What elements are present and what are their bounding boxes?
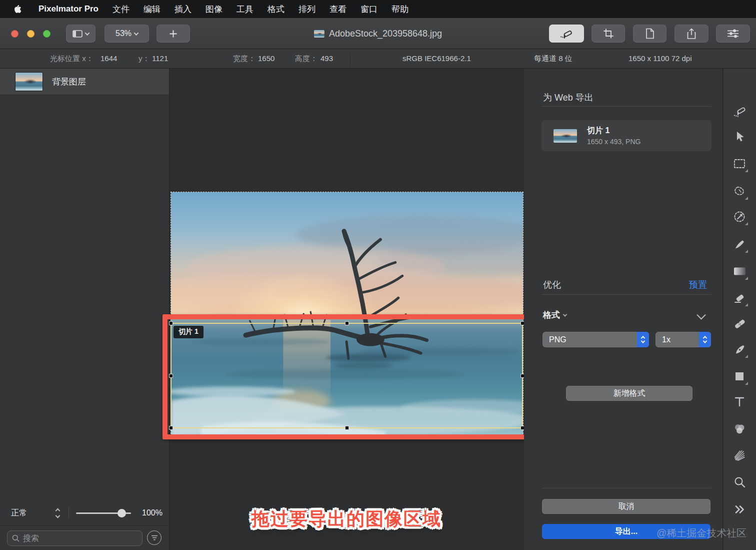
layer-name: 背景图层 — [52, 76, 86, 88]
arrange-tool-button[interactable] — [730, 127, 750, 147]
crop-icon — [603, 28, 614, 39]
paint-tool-button[interactable] — [730, 234, 750, 254]
export-panel-title: 为 Web 导出 — [543, 92, 594, 104]
slice-selection[interactable]: 切片 1 — [170, 323, 523, 428]
cursor-position-label: 光标位置 x： — [50, 54, 94, 64]
add-format-button[interactable]: 新增格式 — [566, 386, 692, 401]
menu-item-tools[interactable]: 工具 — [236, 4, 254, 15]
export-panel: 为 Web 导出 切片 1 1650 x 493, PNG 优化 预置 格式 P… — [524, 69, 723, 550]
opacity-slider-knob[interactable] — [118, 509, 126, 517]
presets-link[interactable]: 预置 — [689, 279, 707, 291]
info-bar: 光标位置 x： 1644 y： 1121 宽度： 1650 高度： 493 sR… — [0, 49, 756, 69]
slice-tool-button[interactable] — [730, 102, 750, 122]
add-button[interactable] — [156, 25, 190, 43]
type-icon — [734, 396, 745, 408]
quick-select-tool-button[interactable] — [730, 181, 750, 201]
format-section-label[interactable]: 格式 — [543, 309, 566, 321]
scale-select-stepper[interactable] — [699, 332, 711, 347]
pen-nib-icon — [734, 343, 746, 356]
share-toolbar-button[interactable] — [674, 25, 708, 43]
slice-item-meta: 1650 x 493, PNG — [587, 138, 640, 146]
width-label: 宽度： — [233, 54, 256, 64]
format-select[interactable]: PNG — [542, 332, 649, 347]
close-window-button[interactable] — [11, 30, 18, 38]
blend-mode-stepper[interactable] — [56, 509, 60, 517]
blend-mode-row: 正常 100% — [0, 502, 169, 524]
format-select-stepper[interactable] — [637, 332, 649, 347]
color-adjustments-tool-button[interactable] — [730, 419, 750, 439]
menu-item-image[interactable]: 图像 — [206, 4, 222, 15]
fullscreen-window-button[interactable] — [43, 30, 50, 38]
paintbrush-icon — [734, 238, 746, 250]
zoom-level-button[interactable]: 53% — [104, 25, 149, 43]
pen-tool-button[interactable] — [730, 339, 750, 359]
menu-item-view[interactable]: 查看 — [330, 4, 346, 15]
slice-handle-middle-left[interactable] — [169, 374, 173, 378]
eyedropper-circle-icon — [733, 210, 746, 223]
search-icon — [12, 534, 20, 542]
effects-rays-icon — [733, 449, 746, 462]
more-tools-button[interactable] — [730, 499, 750, 519]
scale-select[interactable]: 1x — [656, 332, 711, 347]
menu-app-name[interactable]: Pixelmator Pro — [38, 4, 98, 14]
watermark: @稀土掘金技术社区 — [656, 526, 746, 540]
slice-handle-bottom-left[interactable] — [169, 426, 173, 430]
erase-tool-button[interactable] — [730, 288, 750, 308]
crop-toolbar-button[interactable] — [592, 25, 625, 43]
eraser-icon — [733, 292, 746, 304]
menu-item-arrange[interactable]: 排列 — [298, 4, 316, 15]
color-select-tool-button[interactable] — [730, 207, 750, 227]
cursor-y-value: 1121 — [152, 54, 168, 63]
opacity-slider[interactable] — [76, 512, 131, 514]
settings-toolbar-button[interactable] — [716, 25, 750, 43]
slice-toolbar-button[interactable] — [549, 25, 584, 43]
menu-item-help[interactable]: 帮助 — [392, 4, 408, 15]
chevron-down-icon — [563, 312, 567, 316]
slice-list-item[interactable]: 切片 1 1650 x 493, PNG — [542, 120, 712, 151]
minimize-window-button[interactable] — [27, 30, 34, 38]
tutorial-caption: 拖过要导出的图像区域 — [252, 507, 442, 531]
opacity-value: 100% — [142, 508, 162, 517]
gradient-icon — [733, 266, 746, 276]
slice-handle-top-middle[interactable] — [345, 321, 349, 325]
cancel-button[interactable]: 取消 — [542, 499, 710, 514]
view-options-button[interactable] — [66, 25, 96, 43]
new-document-toolbar-button[interactable] — [633, 25, 666, 43]
cursor-y-label: y： — [138, 54, 150, 64]
retouch-tool-button[interactable] — [730, 314, 750, 334]
search-input[interactable] — [23, 534, 128, 543]
slice-handle-bottom-middle[interactable] — [345, 426, 349, 430]
effects-tool-button[interactable] — [730, 445, 750, 465]
zoom-level-value: 53% — [116, 29, 132, 38]
menu-item-window[interactable]: 窗口 — [360, 4, 378, 15]
slice-handle-top-left[interactable] — [169, 321, 173, 325]
layer-row-background[interactable]: 背景图层 — [0, 69, 169, 95]
apple-menu[interactable] — [13, 4, 22, 14]
shape-tool-button[interactable] — [730, 366, 750, 386]
menu-bar: Pixelmator Pro 文件 编辑 插入 图像 工具 格式 排列 查看 窗… — [0, 0, 756, 18]
collapse-section-chevron[interactable] — [696, 310, 706, 319]
format-select-value: PNG — [542, 335, 637, 344]
blend-mode-value[interactable]: 正常 — [11, 508, 27, 518]
chevron-down-icon — [134, 31, 139, 36]
gradient-tool-button[interactable] — [730, 261, 750, 281]
zoom-tool-button[interactable] — [730, 472, 750, 492]
menu-item-file[interactable]: 文件 — [112, 4, 130, 15]
menu-item-edit[interactable]: 编辑 — [144, 4, 160, 15]
magnifier-icon — [734, 476, 746, 488]
menu-item-insert[interactable]: 插入 — [174, 4, 192, 15]
lasso-select-icon — [733, 185, 746, 197]
type-tool-button[interactable] — [730, 392, 750, 412]
document-title-text: AdobeStock_203958648.jpg — [329, 29, 442, 39]
document-icon — [645, 28, 655, 39]
document-thumbnail-icon — [314, 30, 324, 38]
bandaid-icon — [733, 317, 746, 330]
scale-select-value: 1x — [656, 335, 699, 344]
divider — [542, 294, 712, 295]
layer-search-field[interactable] — [7, 530, 142, 546]
filter-button[interactable] — [147, 530, 162, 545]
double-chevron-right-icon — [733, 504, 746, 514]
rect-select-tool-button[interactable] — [730, 154, 750, 174]
slice-thumbnail — [554, 129, 577, 143]
menu-item-format[interactable]: 格式 — [268, 4, 284, 15]
